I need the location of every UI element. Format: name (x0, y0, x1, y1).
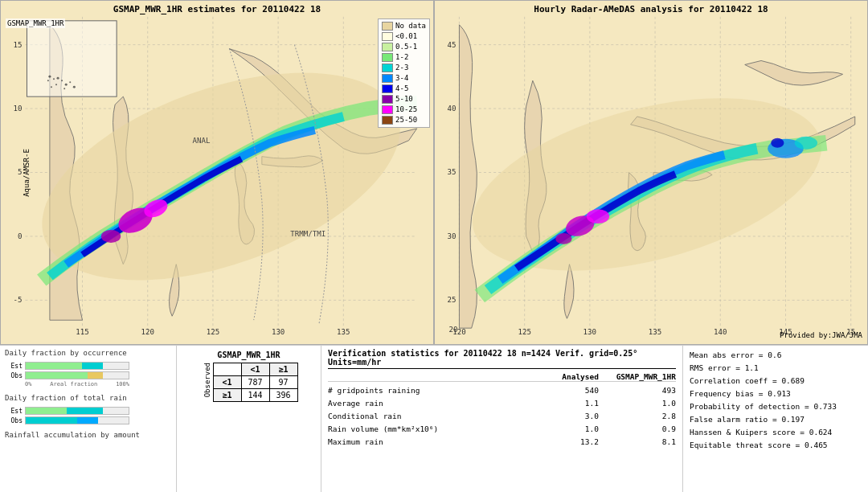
stats-label-0: # gridpoints raining (328, 384, 550, 397)
svg-point-70 (795, 137, 817, 150)
svg-point-27 (53, 78, 55, 80)
legend-label-1-2: 1-2 (395, 52, 408, 63)
stats-rows-container: # gridpoints raining 540 493 Average rai… (328, 384, 676, 449)
legend-label-05-1: 0.5-1 (395, 42, 417, 52)
svg-point-36 (51, 86, 52, 88)
est-bar-track-occ (25, 362, 129, 370)
metric-item-1: RMS error = 1.1 (690, 362, 862, 375)
charts-panel: Daily fraction by occurrence Est Obs (0, 346, 177, 492)
svg-point-28 (47, 80, 49, 81)
bottom-row: Daily fraction by occurrence Est Obs (0, 346, 868, 492)
legend-label-10-25: 10-25 (395, 105, 417, 115)
est-label-occ: Est (5, 363, 23, 370)
obs-green-seg (26, 372, 88, 379)
fraction-occurrence-chart: Est Obs (5, 362, 171, 387)
stats-row-4: Maximum rain 13.2 8.1 (328, 436, 676, 449)
stats-val2-3: 0.9 (604, 423, 676, 436)
obs-label-occ: Obs (5, 372, 23, 379)
metric-item-4: Probability of detection = 0.733 (690, 400, 862, 413)
svg-text:5: 5 (18, 169, 22, 177)
ct-row-ge1-header: ≥1 (213, 389, 241, 402)
contingency-title: GSMAP_MWR_1HR (217, 351, 280, 359)
est-bar-fill-occ (26, 363, 129, 369)
svg-point-71 (771, 138, 784, 148)
est-bar-fill-rain (26, 408, 129, 414)
svg-point-68 (555, 233, 571, 244)
svg-point-67 (587, 209, 609, 223)
stats-col-headers: Analysed GSMAP_MWR_1HR (328, 372, 676, 382)
legend-2-3: 2-3 (382, 63, 426, 73)
left-map-title: GSMAP_MWR_1HR estimates for 20110422 18 (1, 4, 433, 14)
legend-05-1: 0.5-1 (382, 42, 426, 52)
legend-label-2-3: 2-3 (395, 63, 408, 73)
est-green-seg-rain (26, 408, 67, 414)
ct-header-row: <1 ≥1 (213, 363, 297, 376)
legend-color-4-5 (382, 84, 393, 93)
metric-item-3: Frequency bias = 0.913 (690, 387, 862, 400)
obs-yellow-seg (88, 372, 103, 379)
metric-item-6: Hanssen & Kuipers score = 0.624 (690, 426, 862, 439)
ct-corner (213, 363, 241, 376)
maps-row: GSMAP_MWR_1HR estimates for 20110422 18 … (0, 0, 868, 346)
legend-5-10: 5-10 (382, 94, 426, 105)
legend-color-lt001 (382, 32, 393, 41)
legend-color-25-50 (382, 116, 393, 125)
right-map-svg: 45 40 35 30 25 20 120 125 130 135 140 14… (435, 1, 867, 344)
axis-mid-occ: Areal fraction (50, 381, 97, 387)
svg-point-32 (55, 84, 57, 85)
svg-point-24 (101, 230, 121, 243)
legend-lt001: <0.01 (382, 31, 426, 42)
left-map-label-topleft: GSMAP_MWR_1HR (6, 18, 65, 28)
legend-nodata: No data (382, 21, 426, 31)
fraction-rain-title: Daily fraction of total rain (5, 394, 171, 402)
legend-color-5-10 (382, 95, 393, 104)
stats-val1-3: 1.0 (555, 423, 599, 436)
stats-val2-0: 493 (604, 384, 676, 397)
est-cyan-seg (82, 363, 103, 369)
ct-val-396: 396 (269, 389, 297, 402)
ct-table-wrapper: <1 ≥1 <1 787 97 ≥1 (213, 363, 298, 402)
axis-start-occ: 0% (25, 381, 31, 387)
svg-text:15: 15 (13, 41, 22, 49)
svg-text:TRMM/TMI: TRMM/TMI (290, 230, 326, 238)
metric-item-2: Correlation coeff = 0.689 (690, 375, 862, 387)
ct-val-144: 144 (241, 389, 269, 402)
obs-bar-row: Obs (5, 371, 171, 379)
legend-color-2-3 (382, 64, 393, 72)
stats-header-gsmap: GSMAP_MWR_1HR (604, 372, 676, 381)
legend-25-50: 25-50 (382, 115, 426, 125)
ct-row-lt1: <1 787 97 (213, 376, 297, 389)
svg-text:130: 130 (272, 328, 285, 336)
est-bar-track-rain (25, 407, 129, 415)
main-container: GSMAP_MWR_1HR estimates for 20110422 18 … (0, 0, 868, 492)
svg-text:10: 10 (13, 105, 22, 113)
est-bar-row: Est (5, 362, 171, 370)
legend-color-05-1 (382, 43, 393, 51)
metrics-container: Mean abs error = 0.6RMS error = 1.1Corre… (690, 349, 862, 452)
verification-stats-panel: Verification statistics for 20110422 18 … (321, 346, 683, 492)
svg-text:135: 135 (337, 328, 350, 336)
svg-point-29 (57, 77, 59, 80)
ct-obs-label: Observed (200, 363, 211, 397)
stats-val2-4: 8.1 (604, 436, 676, 449)
svg-text:115: 115 (76, 328, 88, 336)
stats-label-3: Rain volume (mm*km²x10⁶) (328, 423, 550, 436)
left-map-svg: 15 10 5 0 -5 115 120 125 130 135 (1, 1, 433, 344)
right-map-provided-by: Provided by:JWA/JMA (780, 331, 862, 339)
svg-text:30: 30 (447, 232, 456, 240)
est-cyan-seg-rain (67, 408, 103, 414)
bar-axis-occ: 0% Areal fraction 100% (25, 381, 129, 387)
svg-text:135: 135 (649, 328, 661, 336)
rainfall-acc-title: Rainfall accumulation by amount (5, 431, 171, 439)
stats-row-2: Conditional rain 3.0 2.8 (328, 410, 676, 423)
legend-label-lt001: <0.01 (395, 31, 417, 42)
metric-item-0: Mean abs error = 0.6 (690, 349, 862, 362)
stats-val2-1: 1.0 (604, 397, 676, 410)
fraction-occurrence-title: Daily fraction by occurrence (5, 349, 171, 357)
est-green-seg (26, 363, 82, 369)
svg-text:125: 125 (518, 328, 530, 336)
ct-table: <1 ≥1 <1 787 97 ≥1 (213, 363, 298, 402)
svg-text:125: 125 (207, 328, 219, 336)
right-map-title: Hourly Radar-AMeDAS analysis for 2011042… (435, 4, 867, 14)
svg-text:45: 45 (447, 41, 456, 49)
